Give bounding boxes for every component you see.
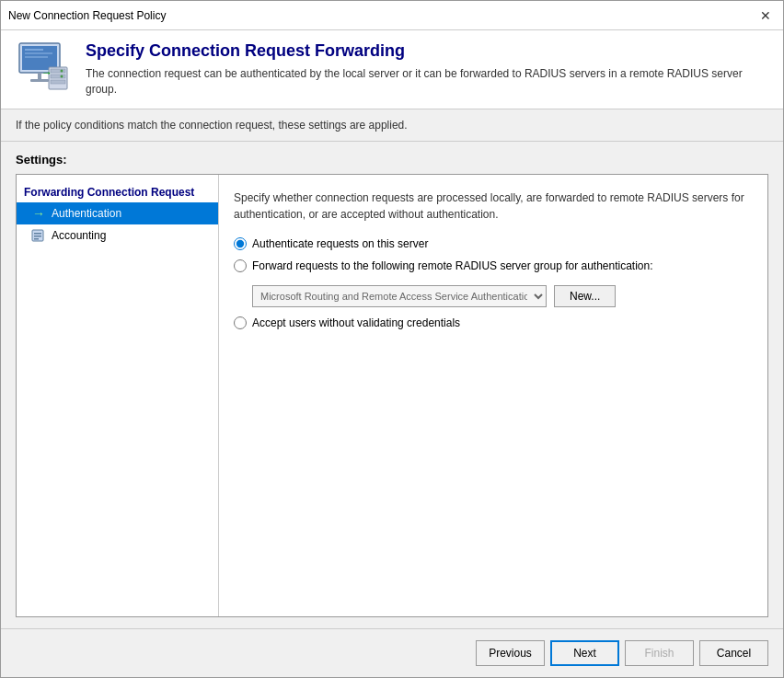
svg-rect-6 (30, 79, 49, 82)
info-text: If the policy conditions match the conne… (16, 119, 408, 132)
header-section: → Specify Connection Request Forwarding … (1, 30, 783, 109)
sidebar: Forwarding Connection Request → Authenti… (17, 175, 219, 616)
info-bar: If the policy conditions match the conne… (1, 109, 783, 142)
content-area: Settings: Forwarding Connection Request … (1, 142, 783, 628)
radio-local[interactable] (234, 237, 247, 250)
radio-local-label: Authenticate requests on this server (252, 237, 428, 250)
svg-rect-2 (25, 49, 43, 51)
dialog: New Connection Request Policy ✕ (0, 0, 784, 678)
main-description: Specify whether connection requests are … (234, 190, 753, 223)
cancel-button[interactable]: Cancel (699, 640, 768, 666)
header-icon: → (16, 41, 71, 92)
radio-option-accept[interactable]: Accept users without validating credenti… (234, 316, 753, 329)
radio-option-local[interactable]: Authenticate requests on this server (234, 237, 753, 250)
svg-rect-15 (34, 233, 41, 235)
svg-rect-10 (51, 80, 65, 84)
radio-accept-label: Accept users without validating credenti… (252, 316, 460, 329)
new-button[interactable]: New... (554, 285, 616, 307)
sidebar-item-accounting[interactable]: Accounting (17, 224, 218, 247)
accounting-icon (31, 228, 46, 243)
sidebar-item-authentication-label: Authentication (52, 207, 121, 220)
header-title: Specify Connection Request Forwarding (86, 41, 768, 61)
main-panel: Specify whether connection requests are … (219, 175, 767, 616)
radio-option-forward[interactable]: Forward requests to the following remote… (234, 259, 753, 272)
svg-rect-17 (34, 238, 39, 240)
previous-button[interactable]: Previous (476, 640, 545, 666)
dropdown-row: Microsoft Routing and Remote Access Serv… (252, 285, 753, 307)
sidebar-item-authentication[interactable]: → Authentication (17, 202, 218, 224)
svg-point-11 (61, 70, 63, 73)
svg-rect-9 (51, 75, 65, 78)
svg-point-12 (61, 75, 63, 78)
dialog-title: New Connection Request Policy (8, 9, 166, 22)
header-description: The connection request can be authentica… (86, 66, 768, 98)
arrow-icon: → (31, 206, 46, 221)
computer-icon: → (16, 41, 71, 92)
svg-text:→: → (41, 66, 52, 79)
radio-forward-label: Forward requests to the following remote… (252, 259, 653, 272)
radio-accept[interactable] (234, 316, 247, 329)
header-text: Specify Connection Request Forwarding Th… (86, 41, 768, 98)
radius-server-dropdown[interactable]: Microsoft Routing and Remote Access Serv… (252, 285, 547, 307)
svg-rect-16 (34, 236, 41, 237)
svg-rect-8 (51, 69, 65, 73)
footer: Previous Next Finish Cancel (1, 628, 783, 677)
radio-group: Authenticate requests on this server For… (234, 237, 753, 329)
close-button[interactable]: ✕ (755, 6, 776, 26)
sidebar-group-label[interactable]: Forwarding Connection Request (17, 182, 218, 202)
accounting-svg-icon (31, 228, 46, 243)
finish-button[interactable]: Finish (625, 640, 694, 666)
settings-body: Forwarding Connection Request → Authenti… (16, 174, 768, 617)
radio-forward[interactable] (234, 259, 247, 272)
svg-rect-4 (25, 56, 48, 58)
settings-label: Settings: (16, 153, 768, 167)
title-bar: New Connection Request Policy ✕ (1, 1, 783, 30)
next-button[interactable]: Next (550, 640, 619, 666)
svg-rect-3 (25, 52, 52, 54)
sidebar-item-accounting-label: Accounting (52, 229, 106, 242)
